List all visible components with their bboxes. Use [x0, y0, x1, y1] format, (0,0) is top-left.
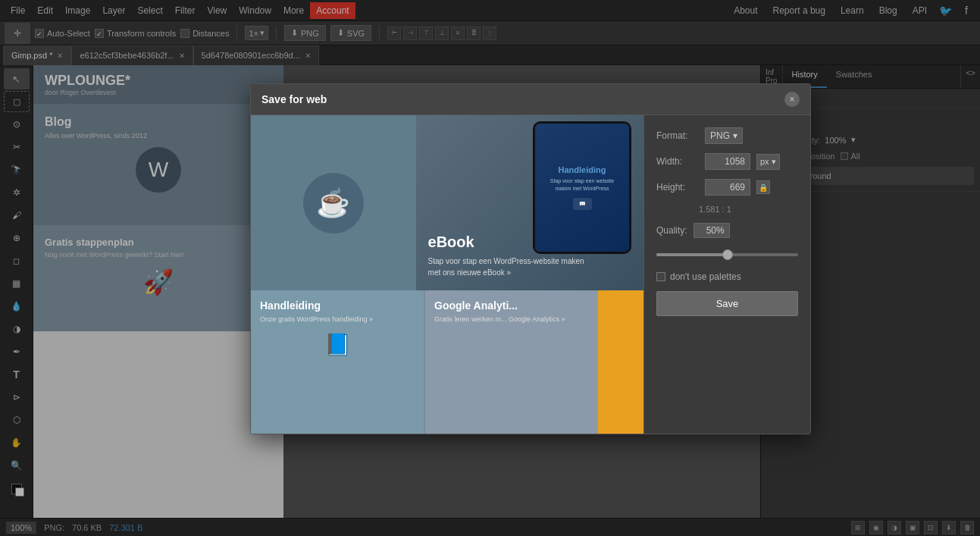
tablet-title: Handleiding: [559, 165, 606, 174]
ebook-text: Stap voor stap een WordPress-website mak…: [428, 255, 595, 278]
dialog-title: Save for web: [261, 93, 327, 105]
width-input[interactable]: [705, 153, 750, 170]
quality-slider-thumb[interactable]: [722, 249, 733, 260]
preview-handleiding: Handleiding Onze gratis WordPress handle…: [251, 290, 424, 434]
save-for-web-dialog: Save for web × ☕ eBook: [250, 83, 811, 434]
preview-site: ☕ eBook Stap voor stap een WordPress-web…: [251, 115, 643, 434]
quality-slider-row: [656, 247, 798, 262]
quality-slider-track: [656, 253, 798, 256]
format-dropdown-arrow: ▾: [733, 130, 737, 141]
height-row: Height: 🔒: [656, 179, 798, 196]
tablet-screen: Handleiding Stap voor stap een website m…: [535, 124, 629, 252]
format-value: PNG: [710, 130, 730, 141]
coffee-icon: ☕: [303, 173, 364, 234]
handleiding-icon: 📘: [324, 332, 351, 357]
dialog-close-button[interactable]: ×: [784, 92, 800, 107]
width-unit-select[interactable]: px ▾: [756, 154, 780, 170]
preview-analytics: Google Analyti... Gratis leren werken m.…: [424, 290, 598, 434]
dialog-body: ☕ eBook Stap voor stap een WordPress-web…: [251, 115, 810, 434]
palette-checkbox[interactable]: [656, 272, 665, 281]
width-unit-value: px: [760, 157, 769, 166]
format-select[interactable]: PNG ▾: [705, 127, 743, 144]
dialog-header: Save for web ×: [251, 84, 810, 115]
preview-grey-top: ☕: [251, 115, 416, 290]
tablet-subtext: Stap voor stap een website maken met Wor…: [543, 177, 622, 193]
format-label: Format:: [656, 130, 699, 141]
dialog-preview: ☕ eBook Stap voor stap een WordPress-web…: [251, 115, 643, 434]
preview-orange-area: [598, 290, 643, 434]
width-label: Width:: [656, 156, 699, 167]
analytics-text: Gratis leren werken m... Google Analytic…: [434, 315, 589, 324]
quality-input[interactable]: [694, 223, 730, 238]
preview-bottom-row: Handleiding Onze gratis WordPress handle…: [251, 290, 643, 434]
quality-label: Quality:: [656, 225, 687, 236]
quality-row: Quality:: [656, 223, 798, 238]
handleiding-text: Onze gratis WordPress handleiding »: [260, 315, 415, 324]
height-label: Height:: [656, 182, 699, 193]
width-unit-arrow: ▾: [772, 157, 776, 166]
width-row: Width: px ▾: [656, 153, 798, 170]
preview-right-col: eBook Stap voor stap een WordPress-websi…: [416, 115, 643, 290]
analytics-title: Google Analyti...: [434, 299, 589, 312]
tablet-hand-area: 📖: [573, 198, 592, 210]
save-button[interactable]: Save: [656, 291, 798, 316]
tablet-mockup: Handleiding Stap voor stap een website m…: [533, 121, 631, 254]
height-input[interactable]: [705, 179, 750, 196]
palette-label: don't use palettes: [670, 271, 741, 282]
lock-icon[interactable]: 🔒: [756, 180, 770, 194]
dialog-controls: Format: PNG ▾ Width: px ▾ Height: 🔒: [643, 115, 810, 434]
ratio-text: 1.581 : 1: [699, 205, 798, 214]
preview-header-section: ☕ eBook Stap voor stap een WordPress-web…: [251, 115, 643, 290]
preview-left-col: ☕: [251, 115, 416, 290]
format-row: Format: PNG ▾: [656, 127, 798, 144]
handleiding-icon-area: 📘: [260, 332, 415, 357]
ebook-section: eBook Stap voor stap een WordPress-websi…: [416, 115, 643, 290]
quality-slider-fill: [656, 253, 728, 256]
handleiding-title: Handleiding: [260, 299, 415, 312]
palette-row: don't use palettes: [656, 271, 798, 282]
